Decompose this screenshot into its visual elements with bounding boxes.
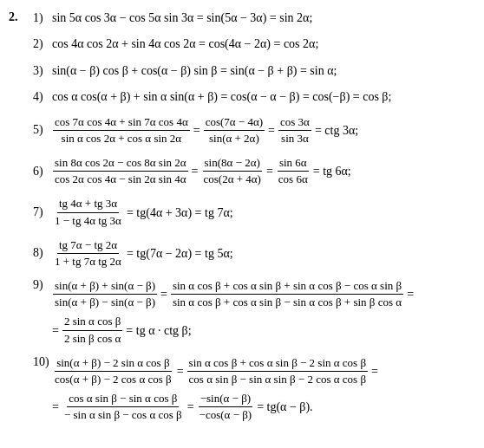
frac-6-1-den: cos 2α cos 4α − sin 2α sin 4α bbox=[53, 172, 188, 187]
frac-10-4: −sin(α − β) −cos(α − β) bbox=[198, 391, 254, 423]
frac-9-2-num: sin α cos β + cos α sin β + sin α cos β … bbox=[171, 278, 403, 295]
problem-number: 2. bbox=[9, 10, 18, 24]
frac-7-1-den: 1 − tg 4α tg 3α bbox=[53, 213, 123, 229]
frac-6-2-den: cos(2α + 4α) bbox=[201, 172, 262, 187]
item-9-eq3: = bbox=[52, 321, 59, 340]
frac-5-2-num: cos(7α − 4α) bbox=[204, 114, 265, 131]
item-num-6: 6) bbox=[33, 165, 52, 179]
main-container: 2. 1) sin 5α cos 3α − cos 5α sin 3α = si… bbox=[9, 9, 468, 424]
item-num-7: 7) bbox=[33, 205, 52, 219]
frac-5-2-den: sin(α + 2α) bbox=[207, 131, 261, 146]
frac-8-1: tg 7α − tg 2α 1 + tg 7α tg 2α bbox=[53, 237, 123, 269]
item-6: 6) sin 8α cos 2α − cos 8α sin 2α cos 2α … bbox=[33, 155, 468, 187]
item-1: 1) sin 5α cos 3α − cos 5α sin 3α = sin(5… bbox=[33, 9, 468, 28]
frac-5-3: cos 3α sin 3α bbox=[278, 114, 311, 146]
frac-5-1-den: sin α cos 2α + cos α sin 2α bbox=[60, 131, 184, 146]
item-10-eq2: = bbox=[371, 362, 378, 380]
item-2-math: cos 4α cos 2α + sin 4α cos 2α = cos(4α −… bbox=[52, 35, 318, 53]
frac-5-1: cos 7α cos 4α + sin 7α cos 4α sin α cos … bbox=[53, 114, 190, 146]
item-10-eq4: = bbox=[187, 398, 194, 416]
frac-5-1-num: cos 7α cos 4α + sin 7α cos 4α bbox=[53, 114, 190, 131]
item-num-1: 1) bbox=[33, 9, 52, 28]
frac-6-2: sin(8α − 2α) cos(2α + 4α) bbox=[201, 155, 262, 187]
item-9: 9) sin(α + β) + sin(α − β) sin(α + β) − … bbox=[33, 278, 468, 347]
frac-10-2-num: sin α cos β + cos α sin β − 2 sin α cos … bbox=[187, 355, 368, 372]
item-1-math: sin 5α cos 3α − cos 5α sin 3α = sin(5α −… bbox=[52, 9, 312, 27]
frac-10-1-num: sin(α + β) − 2 sin α cos β bbox=[55, 355, 171, 372]
frac-6-1-num: sin 8α cos 2α − cos 8α sin 2α bbox=[53, 155, 188, 172]
frac-10-3-num: cos α sin β − sin α cos β bbox=[67, 391, 179, 407]
item-num-10: 10) bbox=[33, 355, 52, 369]
item-5-eq1: = bbox=[193, 121, 200, 140]
frac-10-3-den: − sin α sin β − cos α cos β bbox=[62, 407, 184, 423]
item-8-eq1: = tg(7α − 2α) = tg 5α; bbox=[127, 244, 233, 263]
frac-9-3-den: 2 sin β cos α bbox=[62, 331, 122, 347]
frac-6-1: sin 8α cos 2α − cos 8α sin 2α cos 2α cos… bbox=[53, 155, 188, 187]
item-6-eq2: = bbox=[266, 162, 273, 180]
frac-9-3: 2 sin α cos β 2 sin β cos α bbox=[62, 314, 122, 346]
item-6-eq3: = tg 6α; bbox=[313, 162, 351, 180]
item-num-2: 2) bbox=[33, 35, 52, 54]
item-4-math: cos α cos(α + β) + sin α sin(α + β) = co… bbox=[52, 88, 391, 106]
frac-5-3-den: sin 3α bbox=[279, 131, 311, 146]
frac-6-3-den: cos 6α bbox=[277, 172, 310, 187]
item-10: 10) sin(α + β) − 2 sin α cos β cos(α + β… bbox=[33, 355, 468, 424]
frac-10-4-den: −cos(α − β) bbox=[198, 407, 254, 423]
item-5: 5) cos 7α cos 4α + sin 7α cos 4α sin α c… bbox=[33, 114, 468, 146]
frac-7-1-num: tg 4α + tg 3α bbox=[57, 196, 119, 212]
frac-6-3-num: sin 6α bbox=[278, 155, 309, 172]
item-6-eq1: = bbox=[192, 162, 199, 180]
frac-6-2-num: sin(8α − 2α) bbox=[203, 155, 262, 172]
item-3-math: sin(α − β) cos β + cos(α − β) sin β = si… bbox=[52, 62, 337, 80]
item-10-eq5: = tg(α − β). bbox=[257, 398, 312, 416]
frac-10-2: sin α cos β + cos α sin β − 2 sin α cos … bbox=[187, 355, 368, 387]
item-10-eq3: = bbox=[52, 398, 59, 416]
frac-7-1: tg 4α + tg 3α 1 − tg 4α tg 3α bbox=[53, 196, 123, 228]
item-5-eq2: = bbox=[268, 121, 275, 140]
item-7-eq1: = tg(4α + 3α) = tg 7α; bbox=[127, 204, 233, 222]
frac-9-2-den: sin α cos β + cos α sin β − sin α cos β … bbox=[171, 295, 403, 310]
item-3: 3) sin(α − β) cos β + cos(α − β) sin β =… bbox=[33, 62, 468, 81]
item-2: 2) cos 4α cos 2α + sin 4α cos 2α = cos(4… bbox=[33, 35, 468, 54]
frac-5-2: cos(7α − 4α) sin(α + 2α) bbox=[204, 114, 265, 146]
frac-9-1-den: sin(α + β) − sin(α − β) bbox=[53, 295, 157, 310]
frac-9-1: sin(α + β) + sin(α − β) sin(α + β) − sin… bbox=[53, 278, 157, 310]
item-9-eq2: = bbox=[407, 285, 414, 303]
frac-10-4-num: −sin(α − β) bbox=[199, 391, 252, 407]
frac-5-3-num: cos 3α bbox=[278, 114, 311, 131]
frac-6-3: sin 6α cos 6α bbox=[277, 155, 310, 187]
item-num-8: 8) bbox=[33, 246, 52, 260]
item-9-eq1: = bbox=[160, 285, 167, 303]
frac-10-2-den: cos α sin β − sin α sin β − 2 cos α cos … bbox=[187, 372, 368, 387]
item-num-3: 3) bbox=[33, 62, 52, 81]
item-4: 4) cos α cos(α + β) + sin α sin(α + β) =… bbox=[33, 88, 468, 107]
item-7: 7) tg 4α + tg 3α 1 − tg 4α tg 3α = tg(4α… bbox=[33, 196, 468, 228]
frac-10-3: cos α sin β − sin α cos β − sin α sin β … bbox=[62, 391, 184, 423]
frac-10-1-den: cos(α + β) − 2 cos α cos β bbox=[53, 372, 173, 387]
item-9-eq4: = tg α · ctg β; bbox=[126, 321, 191, 340]
frac-9-3-num: 2 sin α cos β bbox=[62, 314, 122, 330]
item-10-eq1: = bbox=[177, 362, 184, 380]
frac-8-1-num: tg 7α − tg 2α bbox=[57, 237, 119, 254]
item-5-eq3: = ctg 3α; bbox=[315, 121, 358, 140]
item-num-9: 9) bbox=[33, 278, 52, 292]
frac-10-1: sin(α + β) − 2 sin α cos β cos(α + β) − … bbox=[53, 355, 173, 387]
frac-9-2: sin α cos β + cos α sin β + sin α cos β … bbox=[171, 278, 403, 310]
item-8: 8) tg 7α − tg 2α 1 + tg 7α tg 2α = tg(7α… bbox=[33, 237, 468, 269]
frac-9-1-num: sin(α + β) + sin(α − β) bbox=[53, 278, 157, 295]
item-num-4: 4) bbox=[33, 88, 52, 107]
frac-8-1-den: 1 + tg 7α tg 2α bbox=[53, 254, 123, 269]
item-num-5: 5) bbox=[33, 123, 52, 137]
